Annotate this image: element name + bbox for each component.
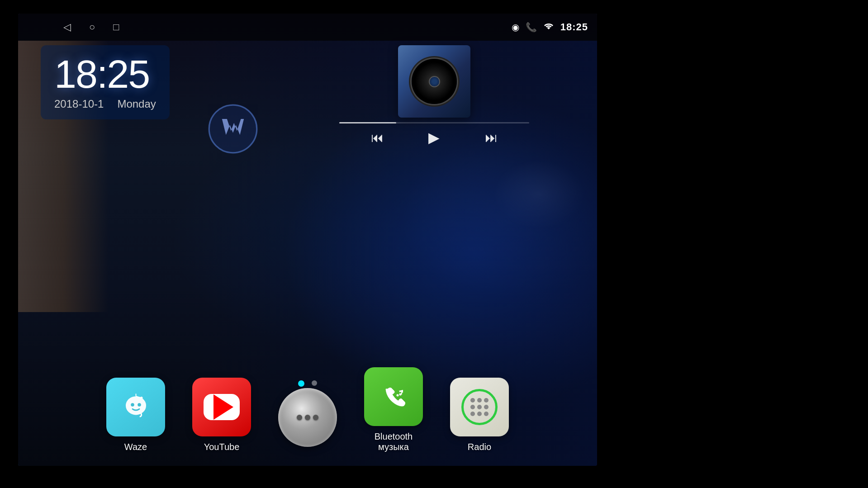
radio-dots-grid	[470, 398, 489, 416]
svg-point-1	[126, 396, 146, 415]
youtube-icon[interactable]	[192, 378, 251, 436]
music-cd-icon[interactable]	[278, 388, 337, 447]
navigation-bar: ◁ ○ □ ◉ 📞 18:25	[18, 14, 597, 41]
app-item-music[interactable]	[278, 388, 337, 452]
prev-button[interactable]: ⏮	[371, 130, 384, 145]
app-item-waze[interactable]: Waze	[106, 378, 165, 452]
radio-icon-inner	[461, 389, 498, 425]
vw-logo	[208, 104, 262, 158]
page-indicator	[298, 380, 317, 387]
cd-dots	[297, 415, 318, 420]
app-item-youtube[interactable]: YouTube	[192, 378, 251, 452]
recents-button[interactable]: □	[113, 21, 119, 33]
player-controls: ⏮ ▶ ⏭	[339, 129, 529, 146]
clock-day: Monday	[117, 98, 156, 110]
music-player-widget: ⏮ ▶ ⏭	[339, 45, 529, 146]
bluetooth-label-line2: музыка	[375, 442, 413, 452]
clock-time: 18:25	[54, 54, 156, 94]
location-icon: ◉	[512, 22, 519, 33]
bluetooth-label-line1: Bluetooth	[375, 431, 413, 442]
vinyl-disc	[412, 59, 457, 104]
clock-widget: 18:25 2018-10-1 Monday	[41, 45, 170, 119]
youtube-label: YouTube	[204, 442, 240, 452]
progress-bar[interactable]	[339, 122, 529, 123]
bluetooth-icon[interactable]	[364, 367, 423, 426]
progress-fill	[339, 122, 396, 123]
play-button[interactable]: ▶	[428, 129, 440, 146]
youtube-play-icon	[213, 394, 233, 420]
phone-icon: 📞	[526, 22, 537, 33]
waze-label: Waze	[124, 442, 147, 452]
waze-icon[interactable]	[106, 378, 165, 436]
next-button[interactable]: ⏭	[485, 130, 498, 145]
svg-point-2	[131, 403, 134, 407]
vinyl-hole	[429, 76, 440, 87]
svg-point-3	[138, 403, 141, 407]
app-item-radio[interactable]: Radio	[450, 378, 509, 452]
radio-icon[interactable]	[450, 378, 509, 436]
wifi-icon	[543, 22, 554, 33]
time-display: 18:25	[560, 21, 588, 33]
album-art[interactable]	[398, 45, 470, 118]
home-button[interactable]: ○	[89, 21, 95, 33]
back-button[interactable]: ◁	[63, 21, 71, 33]
svg-point-8	[397, 394, 399, 397]
clock-date: 2018-10-1	[54, 98, 104, 110]
app-item-bluetooth[interactable]: Bluetooth музыка	[364, 367, 423, 452]
page-dot-1[interactable]	[298, 380, 304, 387]
bluetooth-label: Bluetooth музыка	[375, 431, 413, 452]
svg-point-7	[399, 393, 402, 396]
page-dot-2[interactable]	[312, 380, 317, 386]
radio-label: Radio	[468, 442, 491, 452]
